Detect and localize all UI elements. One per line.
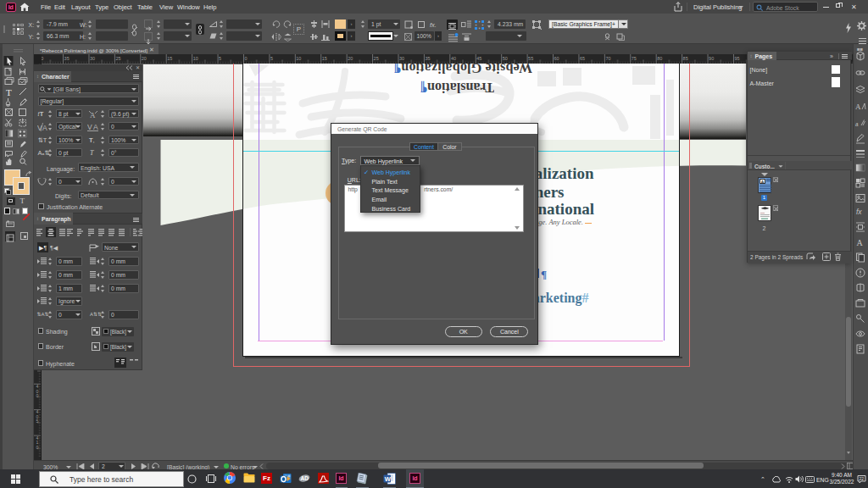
svg-text:a: a	[855, 120, 859, 128]
svg-text:A: A	[42, 124, 47, 131]
svg-text:A: A	[90, 111, 96, 119]
svg-text:A: A	[855, 103, 861, 111]
svg-text:A: A	[857, 238, 864, 247]
svg-text:T: T	[6, 87, 12, 97]
svg-text:A: A	[93, 123, 98, 131]
svg-text:fx: fx	[856, 208, 862, 216]
svg-text:V: V	[87, 123, 92, 131]
svg-text:22: 22	[860, 476, 865, 481]
svg-text:AD: AD	[301, 475, 309, 481]
svg-text:W: W	[385, 474, 392, 482]
